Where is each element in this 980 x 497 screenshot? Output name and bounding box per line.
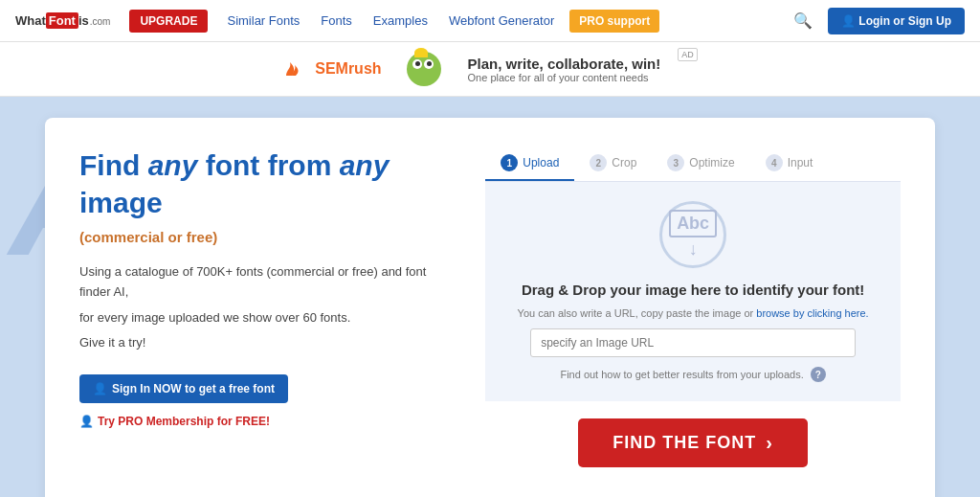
ad-character [399, 48, 451, 90]
url-input[interactable] [530, 328, 856, 357]
left-panel: Find any font from anyimage (commercial … [79, 147, 457, 467]
fonts-link[interactable]: Fonts [315, 13, 358, 28]
upload-zone[interactable]: Abc ↓ Drag & Drop your image here to ide… [485, 182, 901, 401]
url-hint-text: You can also write a URL, copy paste the… [518, 307, 754, 319]
navbar: What Font is .com UPGRADE Similar Fonts … [0, 0, 980, 42]
browse-link[interactable]: browse by clicking here. [756, 307, 868, 319]
webfont-generator-link[interactable]: Webfont Generator [443, 13, 560, 28]
find-font-wrap: FIND THE FONT › [485, 418, 901, 467]
similar-fonts-link[interactable]: Similar Fonts [221, 13, 305, 28]
ad-text: Plan, write, collaborate, win! One place… [468, 56, 661, 83]
logo-font: Font [46, 12, 78, 29]
ad-banner: SEMrush Plan, write, collaborate, win! O… [0, 42, 980, 97]
user-icon-pro: 👤 [79, 415, 94, 428]
hero-title-any2: any [340, 149, 390, 181]
examples-link[interactable]: Examples [368, 13, 434, 28]
commercial-label: (commercial or free) [79, 229, 457, 245]
quality-hint-text: Find out how to get better results from … [560, 369, 803, 380]
quality-help-button[interactable]: ? [811, 367, 826, 382]
step-label-crop: Crop [612, 156, 636, 169]
right-panel: 1 Upload 2 Crop 3 Optimize 4 Input [485, 147, 901, 467]
find-font-label: FIND THE FONT [612, 433, 756, 453]
ad-badge: AD [678, 48, 698, 61]
hero-title-image: image [79, 187, 163, 218]
step-crop[interactable]: 2 Crop [574, 147, 652, 181]
step-num-3: 3 [667, 154, 684, 171]
hero-title-part2: font from [197, 149, 339, 181]
hero-title-any1: any [148, 149, 198, 181]
abc-label: Abc [669, 210, 717, 237]
logo[interactable]: What Font is .com [15, 12, 110, 29]
steps-bar: 1 Upload 2 Crop 3 Optimize 4 Input [485, 147, 901, 182]
cta-buttons: 👤 Sign In NOW to get a free font 👤 Try P… [79, 374, 457, 428]
login-button[interactable]: 👤 Login or Sign Up [828, 8, 965, 34]
drag-drop-text: Drag & Drop your image here to identify … [522, 282, 864, 298]
step-input[interactable]: 4 Input [750, 147, 829, 181]
step-upload[interactable]: 1 Upload [485, 147, 574, 181]
logo-com: .com [90, 16, 111, 27]
semrush-flame-icon [282, 60, 309, 78]
download-arrow-icon: ↓ [669, 239, 717, 260]
pro-membership-button[interactable]: 👤 Try PRO Membership for FREE! [79, 415, 270, 428]
pro-support-badge[interactable]: PRO support [569, 10, 659, 33]
chevron-right-icon: › [766, 432, 773, 454]
hero-title-part1: Find [79, 149, 148, 181]
step-label-upload: Upload [523, 156, 559, 169]
upload-icon-wrap: Abc ↓ [659, 201, 726, 268]
hero-desc2: for every image uploaded we show over 60… [79, 308, 457, 328]
hero-desc3: Give it a try! [79, 333, 457, 353]
step-optimize[interactable]: 3 Optimize [652, 147, 749, 181]
find-font-button[interactable]: FIND THE FONT › [578, 418, 808, 467]
hero-desc1: Using a catalogue of 700K+ fonts (commer… [79, 262, 457, 303]
ad-title: Plan, write, collaborate, win! [468, 56, 661, 72]
hero-title: Find any font from anyimage [79, 147, 457, 221]
url-hint: You can also write a URL, copy paste the… [518, 307, 869, 319]
step-label-input: Input [788, 156, 813, 169]
semrush-brand: SEMrush [315, 60, 381, 78]
step-num-1: 1 [501, 154, 518, 171]
quality-hint: Find out how to get better results from … [560, 367, 825, 382]
upload-icon: Abc ↓ [669, 210, 717, 260]
main-card: Find any font from anyimage (commercial … [45, 118, 935, 497]
ad-logo: SEMrush [282, 60, 381, 78]
user-icon-small: 👤 [93, 382, 107, 395]
logo-is: is [78, 13, 89, 28]
main-area: Aa Find any font from anyimage (commerci… [0, 97, 980, 497]
step-num-4: 4 [766, 154, 783, 171]
step-num-2: 2 [590, 154, 607, 171]
ad-subtitle: One place for all of your content needs [468, 72, 661, 83]
search-button[interactable]: 🔍 [788, 11, 818, 30]
user-icon: 👤 [841, 14, 858, 28]
upgrade-button[interactable]: UPGRADE [129, 10, 208, 33]
logo-what: What [15, 13, 46, 28]
signin-button[interactable]: 👤 Sign In NOW to get a free font [79, 374, 288, 403]
step-label-optimize: Optimize [689, 156, 734, 169]
